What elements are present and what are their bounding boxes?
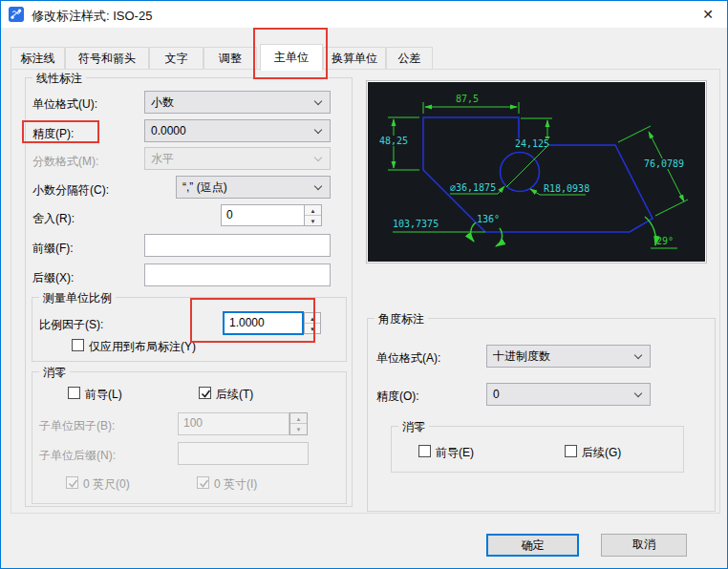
angular-trailing-label: 后续(G) xyxy=(582,445,621,461)
measurement-scale-label: 测量单位比例 xyxy=(39,290,116,306)
linear-group-label: 线性标注 xyxy=(32,71,86,87)
fraction-format-label: 分数格式(M): xyxy=(32,154,98,170)
angular-zero-suppression-label: 消零 xyxy=(398,419,429,435)
spin-down-icon: ▼ xyxy=(290,424,307,434)
close-button[interactable]: ✕ xyxy=(693,1,723,28)
precision-dropdown[interactable]: 0.0000 xyxy=(144,119,331,142)
cancel-button[interactable]: 取消 xyxy=(601,534,687,557)
suffix-label: 后缀(X): xyxy=(32,270,74,286)
precision-value: 0.0000 xyxy=(151,124,186,137)
angular-group-label: 角度标注 xyxy=(375,311,428,327)
chevron-down-icon xyxy=(314,182,322,190)
unit-format-dropdown[interactable]: 小数 xyxy=(144,91,331,114)
angular-precision-value: 0 xyxy=(493,388,500,401)
dim-angle1: 136° xyxy=(477,214,500,224)
zero-suppression-label: 消零 xyxy=(39,365,70,381)
scale-factor-label: 比例因子(S): xyxy=(39,317,103,333)
prefix-label: 前缀(F): xyxy=(32,241,74,257)
sub-units-factor-input: 100 xyxy=(178,412,289,435)
prefix-input[interactable] xyxy=(144,234,331,257)
zero-inches-label: 0 英寸(I) xyxy=(214,476,257,493)
sub-units-factor-spinner: ▲ ▼ xyxy=(289,412,308,435)
fraction-format-dropdown: 水平 xyxy=(144,147,331,170)
chevron-down-icon xyxy=(314,126,322,134)
angular-precision-label: 精度(O): xyxy=(376,389,419,405)
suffix-input[interactable] xyxy=(144,263,331,286)
layout-only-label: 仅应用到布局标注(Y) xyxy=(89,339,196,355)
chevron-down-icon xyxy=(314,154,322,161)
check-icon xyxy=(200,388,212,400)
trailing-checkbox[interactable] xyxy=(199,387,211,399)
layout-only-checkbox[interactable] xyxy=(72,339,84,351)
unit-format-value: 小数 xyxy=(151,95,174,109)
leading-label: 前导(L) xyxy=(85,387,122,403)
spin-up-icon: ▲ xyxy=(290,413,307,424)
preview-shape-circle xyxy=(501,153,540,192)
dim-angle2: 29° xyxy=(656,236,674,246)
leading-checkbox[interactable] xyxy=(68,387,80,399)
trailing-label: 后续(T) xyxy=(216,387,253,403)
angular-unit-format-label: 单位格式(A): xyxy=(376,350,440,367)
decimal-separator-value: “,” (逗点) xyxy=(182,180,227,194)
angular-leading-checkbox[interactable] xyxy=(418,445,431,457)
round-off-spinner[interactable]: ▲ ▼ xyxy=(304,204,322,226)
spin-down-icon[interactable]: ▼ xyxy=(305,216,321,226)
dim-step: 24,125 xyxy=(515,138,549,149)
sub-units-factor-label: 子单位因子(B): xyxy=(39,418,115,434)
spin-down-icon[interactable]: ▼ xyxy=(305,324,320,334)
zero-feet-checkbox xyxy=(66,476,78,489)
ok-button[interactable]: 确定 xyxy=(486,534,579,557)
angular-unit-format-value: 十进制度数 xyxy=(493,349,550,363)
tab-dimension-lines[interactable]: 标注线 xyxy=(11,47,65,70)
dim-right: 76,0789 xyxy=(644,158,684,169)
fraction-format-value: 水平 xyxy=(151,152,174,165)
tab-primary-units[interactable]: 主单位 xyxy=(260,44,323,71)
scale-factor-input[interactable]: 1.0000 xyxy=(223,311,304,335)
check-icon xyxy=(198,477,210,490)
app-icon xyxy=(9,7,24,22)
dim-diameter: ⌀36,1875 xyxy=(450,182,496,193)
round-off-label: 舍入(R): xyxy=(32,211,75,227)
chevron-down-icon xyxy=(634,351,642,359)
dim-bottom: 103,7375 xyxy=(393,219,439,229)
angular-trailing-checkbox[interactable] xyxy=(565,445,577,457)
dim-radius: R18,0938 xyxy=(544,183,589,194)
unit-format-label: 单位格式(U): xyxy=(32,96,97,113)
window-title: 修改标注样式: ISO-25 xyxy=(32,8,152,25)
dim-top: 87,5 xyxy=(456,94,479,104)
cad-preview-drawing: 87,5 48,25 24,125 76,0789 ⌀36,1875 R18,0… xyxy=(368,82,705,262)
dimension-style-dialog: 修改标注样式: ISO-25 ✕ 标注线 符号和箭头 文字 调整 主单位 换算单… xyxy=(0,0,728,569)
angular-unit-format-dropdown[interactable]: 十进制度数 xyxy=(486,345,651,368)
decimal-separator-label: 小数分隔符(C): xyxy=(32,182,109,199)
decimal-separator-dropdown[interactable]: “,” (逗点) xyxy=(176,176,331,199)
round-off-input[interactable]: 0 xyxy=(221,204,305,226)
zero-feet-label: 0 英尺(0) xyxy=(83,476,130,493)
tab-alternate-units[interactable]: 换算单位 xyxy=(323,47,386,70)
zero-inches-checkbox xyxy=(197,476,209,489)
tab-symbols-arrows[interactable]: 符号和箭头 xyxy=(65,47,149,70)
dim-left: 48,25 xyxy=(379,136,408,146)
scale-factor-spinner[interactable]: ▲ ▼ xyxy=(304,312,321,334)
chevron-down-icon xyxy=(634,390,642,397)
sub-units-suffix-label: 子单位后缀(N): xyxy=(39,448,116,464)
tab-fit[interactable]: 调整 xyxy=(203,47,257,70)
spin-up-icon[interactable]: ▲ xyxy=(305,205,321,216)
angular-precision-dropdown[interactable]: 0 xyxy=(486,383,651,406)
tab-tolerances[interactable]: 公差 xyxy=(386,47,433,70)
preview-shape-outline xyxy=(423,117,653,232)
check-icon xyxy=(67,477,79,490)
angular-leading-label: 前导(E) xyxy=(436,445,474,461)
titlebar: 修改标注样式: ISO-25 ✕ xyxy=(1,1,727,28)
dimension-preview-panel: 87,5 48,25 24,125 76,0789 ⌀36,1875 R18,0… xyxy=(366,80,707,263)
chevron-down-icon xyxy=(314,97,322,105)
spin-up-icon[interactable]: ▲ xyxy=(305,313,320,324)
tab-text[interactable]: 文字 xyxy=(149,47,203,70)
precision-label: 精度(P): xyxy=(32,126,74,142)
sub-units-suffix-input xyxy=(178,442,309,465)
